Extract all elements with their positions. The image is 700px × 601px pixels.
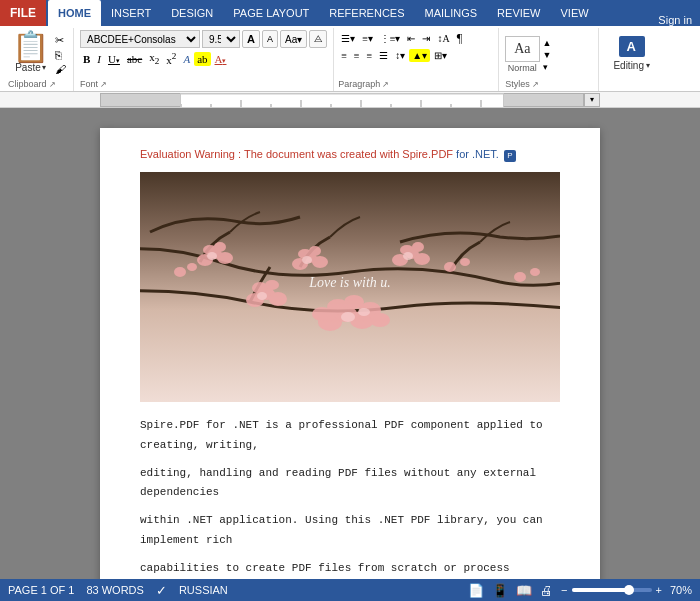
app-container: FILE HOME INSERT DESIGN PAGE LAYOUT REFE…: [0, 0, 700, 601]
tab-design[interactable]: DESIGN: [161, 0, 223, 26]
change-case-button[interactable]: Aa▾: [280, 30, 307, 48]
language[interactable]: RUSSIAN: [179, 584, 228, 596]
line-spacing-button[interactable]: ↕▾: [392, 49, 408, 62]
document-area[interactable]: Evaluation Warning : The document was cr…: [0, 108, 700, 579]
ruler-expand-icon: ▾: [590, 95, 594, 104]
eval-warning: Evaluation Warning : The document was cr…: [140, 148, 560, 162]
layout-print-icon[interactable]: 🖨: [540, 583, 553, 598]
svg-point-23: [309, 246, 321, 256]
cut-button[interactable]: ✂: [55, 34, 66, 47]
numbering-button[interactable]: ≡▾: [359, 32, 376, 45]
shading-button[interactable]: ▲▾: [409, 49, 430, 62]
svg-point-49: [207, 252, 217, 260]
eval-warning-link[interactable]: for .NET.: [456, 148, 499, 160]
status-bar: PAGE 1 OF 1 83 WORDS ✓ RUSSIAN 📄 📱 📖 🖨 −…: [0, 579, 700, 601]
strikethrough-button[interactable]: abc: [124, 52, 145, 66]
font-expand-icon[interactable]: ↗: [100, 80, 107, 89]
copy-icon: ⎘: [55, 49, 62, 61]
document-image-container: Love is with u.: [140, 172, 560, 402]
styles-label: Styles: [505, 79, 530, 89]
paragraph-group: ☰▾ ≡▾ ⋮≡▾ ⇤ ⇥ ↕A ¶ ≡ ≡ ≡ ☰ ↕▾ ▲▾ ⊞▾ Para…: [334, 28, 499, 91]
editing-button[interactable]: A Editing ▾: [605, 30, 658, 77]
styles-normal-label: Aa: [514, 41, 530, 56]
tab-pagelayout[interactable]: PAGE LAYOUT: [223, 0, 319, 26]
tab-review[interactable]: REVIEW: [487, 0, 550, 26]
tab-references[interactable]: REFERENCES: [319, 0, 414, 26]
zoom-plus-icon[interactable]: +: [656, 584, 662, 596]
font-label: Font: [80, 79, 98, 89]
spellcheck-icon[interactable]: ✓: [156, 583, 167, 598]
svg-point-21: [312, 256, 328, 268]
paragraph-expand-icon[interactable]: ↗: [382, 80, 389, 89]
tab-insert[interactable]: INSERT: [101, 0, 161, 26]
clear-format-button[interactable]: ⨺: [309, 30, 327, 48]
styles-up-arrow[interactable]: ▲: [543, 38, 552, 48]
text-effects-button[interactable]: A: [180, 52, 193, 66]
styles-down-arrow[interactable]: ▼: [543, 50, 552, 60]
svg-point-16: [217, 252, 233, 264]
svg-point-47: [530, 268, 540, 276]
svg-point-46: [514, 272, 526, 282]
styles-more-arrow[interactable]: ▾: [543, 62, 552, 72]
svg-point-45: [460, 258, 470, 266]
increase-indent-button[interactable]: ⇥: [419, 32, 433, 45]
zoom-bar: [572, 588, 652, 592]
tab-mailings[interactable]: MAILINGS: [415, 0, 488, 26]
clipboard-expand-icon[interactable]: ↗: [49, 80, 56, 89]
font-name-select[interactable]: ABCDEE+Consolas: [80, 30, 200, 48]
styles-preview[interactable]: Aa Normal: [505, 36, 539, 73]
document-page: Evaluation Warning : The document was cr…: [100, 128, 600, 579]
subscript-button[interactable]: x2: [146, 50, 162, 67]
copy-button[interactable]: ⎘: [55, 49, 66, 61]
svg-point-41: [265, 280, 279, 290]
paste-button[interactable]: 📋 Paste ▾: [8, 30, 53, 75]
styles-expand-icon[interactable]: ↗: [532, 80, 539, 89]
layout-book-icon[interactable]: 📄: [468, 583, 484, 598]
font-color-button[interactable]: A▾: [212, 52, 230, 66]
body-para-3: within .NET application. Using this .NET…: [140, 511, 560, 551]
underline-button[interactable]: U▾: [105, 52, 123, 66]
layout-web-icon[interactable]: 📱: [492, 583, 508, 598]
ruler-area: ▾: [0, 92, 700, 108]
sort-button[interactable]: ↕A: [434, 32, 452, 45]
svg-point-35: [312, 307, 332, 321]
align-center-button[interactable]: ≡: [351, 49, 363, 62]
editing-group: A Editing ▾: [599, 28, 664, 91]
clipboard-label: Clipboard: [8, 79, 47, 89]
italic-button[interactable]: I: [94, 52, 104, 66]
format-painter-icon: 🖌: [55, 63, 66, 75]
format-painter-button[interactable]: 🖌: [55, 63, 66, 75]
clipboard-sub-buttons: ✂ ⎘ 🖌: [55, 30, 66, 75]
ruler-margin-right: [504, 93, 584, 107]
sign-in[interactable]: Sign in: [658, 14, 700, 26]
show-marks-button[interactable]: ¶: [454, 30, 465, 47]
align-left-button[interactable]: ≡: [338, 49, 350, 62]
styles-normal-text: Normal: [508, 63, 537, 73]
superscript-button[interactable]: x2: [163, 50, 179, 67]
tab-home[interactable]: HOME: [48, 0, 101, 26]
editing-dropdown-icon: ▾: [646, 61, 650, 70]
cut-icon: ✂: [55, 34, 64, 47]
tab-view[interactable]: VIEW: [551, 0, 599, 26]
clipboard-group: 📋 Paste ▾ ✂ ⎘ 🖌: [4, 28, 74, 91]
align-right-button[interactable]: ≡: [363, 49, 375, 62]
border-button[interactable]: ⊞▾: [431, 49, 450, 62]
bullets-button[interactable]: ☰▾: [338, 32, 358, 45]
font-size-select[interactable]: 9.5: [202, 30, 240, 48]
zoom-minus-icon[interactable]: −: [561, 584, 567, 596]
page-info: PAGE 1 OF 1: [8, 584, 74, 596]
bold-button[interactable]: B: [80, 52, 93, 66]
tab-file[interactable]: FILE: [0, 0, 46, 26]
font-shrink-button[interactable]: A: [262, 30, 278, 48]
font-grow-button[interactable]: A: [242, 30, 260, 48]
text-highlight-button[interactable]: ab: [194, 52, 210, 66]
layout-read-icon[interactable]: 📖: [516, 583, 532, 598]
body-para-1: Spire.PDF for .NET is a professional PDF…: [140, 416, 560, 456]
decrease-indent-button[interactable]: ⇤: [404, 32, 418, 45]
zoom-slider[interactable]: − +: [561, 584, 662, 596]
ruler-expand-button[interactable]: ▾: [584, 93, 600, 107]
justify-button[interactable]: ☰: [376, 49, 391, 62]
svg-text:Love is with u.: Love is with u.: [308, 275, 391, 290]
cherry-blossom-image: Love is with u.: [140, 172, 560, 402]
multilevel-list-button[interactable]: ⋮≡▾: [377, 32, 404, 45]
